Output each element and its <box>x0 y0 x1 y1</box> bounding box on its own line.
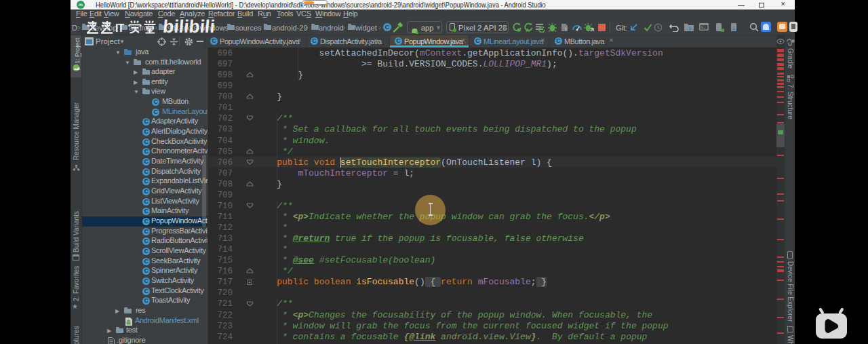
svg-text:IT: IT <box>115 22 124 34</box>
svg-text:A: A <box>526 27 530 33</box>
